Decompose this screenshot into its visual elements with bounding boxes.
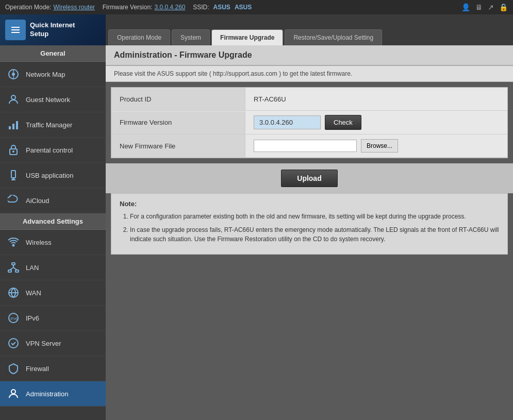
sidebar-item-wireless[interactable]: Wireless (0, 230, 106, 255)
svg-line-19 (13, 267, 17, 270)
sidebar-label-parental-control: Parental control (26, 146, 73, 154)
sidebar-label-network-map: Network Map (26, 71, 65, 78)
svg-text:IPv6: IPv6 (10, 317, 18, 321)
wireless-icon (6, 235, 21, 249)
tabs-bar: Operation Mode System Firmware Upgrade R… (106, 14, 513, 45)
svg-point-9 (12, 150, 14, 153)
top-bar-icons: 👤 🖥 ↗ 🔒 (461, 3, 508, 11)
svg-rect-10 (11, 171, 15, 178)
svg-rect-12 (11, 179, 15, 180)
svg-point-24 (9, 339, 18, 348)
new-firmware-label: New Firmware File (111, 135, 245, 157)
sidebar-item-wan[interactable]: WAN (0, 280, 106, 306)
page-subtext: Please visit the ASUS support site ( htt… (106, 66, 513, 82)
sidebar-item-vpn-server[interactable]: VPN Server (0, 331, 106, 356)
firmware-version-row: Firmware Version Check (111, 111, 507, 135)
sidebar-item-network-map[interactable]: Network Map (0, 62, 106, 87)
sidebar-label-aicloud: AiCloud (26, 197, 49, 205)
monitor-icon[interactable]: 🖥 (475, 3, 483, 11)
svg-rect-6 (12, 124, 14, 129)
ssid-value1: ASUS (213, 4, 230, 11)
ssid-label: SSID: (193, 4, 209, 11)
page-title: Administration - Firmware Upgrade (106, 45, 513, 66)
operation-mode-label: Operation Mode: (5, 4, 51, 11)
svg-point-25 (11, 390, 15, 394)
sidebar-label-firewall: Firewall (26, 365, 49, 373)
sidebar-label-lan: LAN (26, 264, 39, 272)
firmware-file-input[interactable] (254, 140, 357, 152)
traffic-manager-icon (6, 117, 21, 132)
product-id-value: RT-AC66U (245, 91, 507, 107)
tab-restore-save[interactable]: Restore/Save/Upload Setting (285, 29, 382, 45)
lan-icon (6, 260, 21, 275)
logo-area[interactable]: Quick Internet Setup (0, 14, 106, 45)
sidebar-item-usb-application[interactable]: USB application (0, 163, 106, 188)
sidebar-label-vpn-server: VPN Server (26, 340, 61, 347)
svg-rect-7 (16, 121, 18, 129)
svg-point-1 (12, 73, 15, 76)
note-1: For a configuration parameter existing b… (130, 212, 499, 221)
sidebar-item-traffic-manager[interactable]: Traffic Manager (0, 112, 106, 138)
sidebar-item-administration[interactable]: Administration (0, 381, 106, 407)
svg-rect-16 (15, 270, 19, 272)
note-2: In case the upgrade process fails, RT-AC… (130, 225, 499, 244)
sidebar-label-wan: WAN (26, 289, 41, 297)
content-area: Administration - Firmware Upgrade Please… (106, 45, 513, 420)
vpn-server-icon (6, 336, 21, 350)
sidebar-item-aicloud[interactable]: AiCloud (0, 188, 106, 213)
sidebar: General Network Map Guest Network (0, 45, 106, 420)
sidebar-item-firewall[interactable]: Firewall (0, 356, 106, 381)
notes-section: Note: For a configuration parameter exis… (111, 193, 508, 255)
wan-icon (6, 285, 21, 300)
firewall-icon (6, 361, 21, 376)
logo-text: Quick Internet Setup (30, 21, 75, 39)
sidebar-label-traffic-manager: Traffic Manager (26, 121, 72, 129)
sidebar-item-ipv6[interactable]: IPv6 IPv6 (0, 306, 106, 331)
main-layout: General Network Map Guest Network (0, 45, 513, 420)
svg-rect-14 (12, 263, 15, 265)
form-area: Product ID RT-AC66U Firmware Version Che… (111, 87, 508, 158)
user-icon[interactable]: 👤 (461, 3, 470, 11)
firmware-label: Firmware Version: (103, 4, 153, 11)
new-firmware-row: New Firmware File Browse... (111, 135, 507, 158)
network-map-icon (6, 67, 21, 81)
product-id-label: Product ID (111, 88, 245, 110)
browse-button[interactable]: Browse... (361, 139, 398, 153)
notes-list: For a configuration parameter existing b… (120, 212, 499, 244)
share-icon[interactable]: ↗ (488, 3, 494, 11)
sidebar-label-administration: Administration (26, 390, 68, 398)
firmware-version-label: Firmware Version (111, 111, 245, 134)
usb-application-icon (6, 168, 21, 182)
advanced-section-title: Advanced Settings (0, 213, 106, 230)
parental-control-icon (6, 143, 21, 157)
firmware-version-input[interactable] (254, 115, 321, 129)
notes-title: Note: (120, 200, 499, 208)
tab-operation-mode[interactable]: Operation Mode (108, 29, 170, 45)
tab-system[interactable]: System (172, 29, 210, 45)
aicloud-icon (6, 193, 21, 208)
svg-point-13 (13, 245, 14, 246)
product-id-row: Product ID RT-AC66U (111, 88, 507, 111)
header: Quick Internet Setup Operation Mode Syst… (0, 14, 513, 45)
svg-rect-5 (9, 126, 11, 129)
administration-icon (6, 387, 21, 401)
svg-rect-15 (8, 270, 11, 272)
tab-firmware-upgrade[interactable]: Firmware Upgrade (211, 29, 283, 45)
ipv6-icon: IPv6 (6, 311, 21, 325)
upload-section: Upload (106, 163, 513, 193)
firmware-link[interactable]: 3.0.0.4.260 (154, 4, 185, 11)
upload-button[interactable]: Upload (281, 170, 337, 187)
new-firmware-value: Browse... (245, 135, 507, 157)
ssid-value2: ASUS (235, 4, 252, 11)
logo-icon (5, 20, 26, 40)
firmware-version-value: Check (245, 111, 507, 134)
sidebar-item-guest-network[interactable]: Guest Network (0, 87, 106, 112)
lock-icon[interactable]: 🔒 (499, 3, 508, 11)
sidebar-item-parental-control[interactable]: Parental control (0, 138, 106, 163)
svg-line-18 (10, 267, 13, 270)
sidebar-label-wireless: Wireless (26, 239, 52, 246)
sidebar-label-guest-network: Guest Network (26, 96, 70, 104)
sidebar-item-lan[interactable]: LAN (0, 255, 106, 280)
operation-mode-link[interactable]: Wireless router (53, 4, 95, 11)
check-button[interactable]: Check (325, 115, 361, 130)
